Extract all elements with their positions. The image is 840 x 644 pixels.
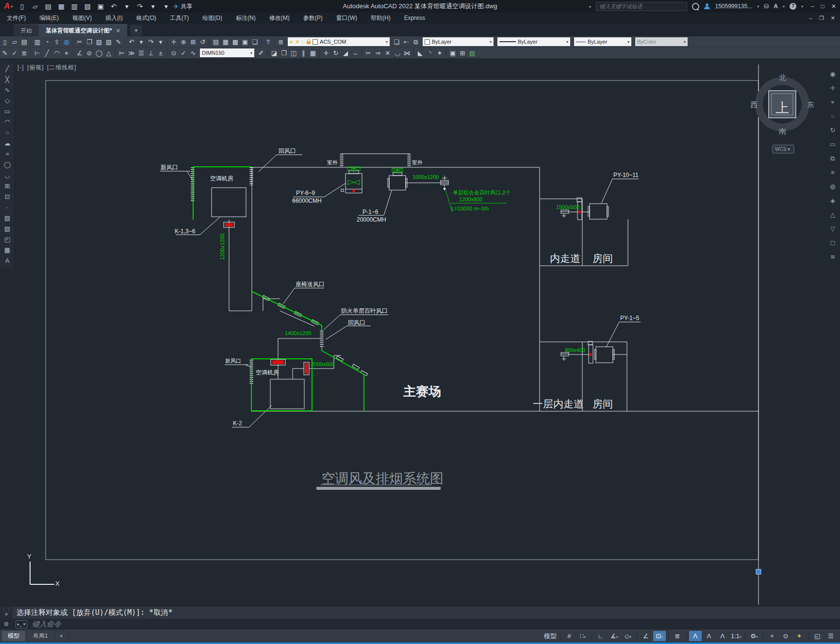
menu-draw[interactable]: 绘图(D) [196,13,229,23]
paste-icon[interactable]: ▨ [94,37,104,47]
arc-icon[interactable]: ◠ [4,117,10,128]
menu-parametric[interactable]: 参数(P) [296,13,329,23]
designcenter-icon[interactable]: ▦ [221,37,231,47]
polar-tracking-icon[interactable]: ∡▾ [608,631,621,641]
plot-preview-icon[interactable]: ◔ [42,37,52,47]
autocad-logo-chevron[interactable]: ▾ [11,4,13,9]
menu-modify[interactable]: 修改(M) [263,13,296,23]
array-icon[interactable]: ▦ [308,48,318,58]
plot-icon[interactable]: ▥ [33,37,42,47]
dim-inspect-icon[interactable]: ✓ [179,48,188,58]
make-object-layer-current-icon[interactable]: ❏ [392,37,401,47]
menu-help[interactable]: 帮助(H) [364,13,397,23]
help-icon[interactable]: ? [790,3,796,10]
graphics-performance-icon[interactable]: ✦ [793,631,806,641]
workspace-icon-chevron[interactable]: ▾ [756,635,758,639]
nav-gem-icon[interactable]: ◈ [830,193,835,208]
layer-on-bulb-icon[interactable]: ● [290,39,293,45]
window-maximize-button[interactable]: □ [821,3,824,10]
region-icon[interactable]: ◰ [4,234,10,245]
copy-icon[interactable]: ❐ [84,37,94,47]
nav-orbit-icon[interactable]: ○ [831,109,835,123]
save-as-icon[interactable]: ▦ [57,2,66,10]
new-file-icon[interactable]: ▯ [17,2,26,10]
layer-states-icon[interactable]: ⧉ [411,37,421,47]
tab-layout1[interactable]: 布局1 [27,631,54,641]
save-icon[interactable]: ▤ [19,37,29,47]
dim-diameter-icon[interactable]: ◯ [94,48,104,58]
polar-tracking-icon-chevron[interactable]: ▾ [616,635,618,639]
pan-icon[interactable]: ✛ [169,37,179,47]
markup-icon[interactable]: ❏ [250,37,260,47]
share-button[interactable]: ✈ 共享 [173,2,192,11]
dim-ordinate-icon[interactable]: ⌖ [62,48,71,58]
annotation-scale-value[interactable]: 1:1▾ [730,631,742,641]
fillet-icon[interactable]: ◝ [425,48,435,58]
redo-chevron[interactable]: ▾ [156,37,165,47]
isodraft-icon[interactable]: ◇▾ [622,631,634,641]
chamfer-icon[interactable]: ◣ [415,48,425,58]
join-icon[interactable]: ⋈ [402,48,412,58]
isolate-objects-icon[interactable]: ⊙ [779,631,792,641]
circle-icon[interactable]: ○ [5,128,9,138]
zoom-realtime-icon[interactable]: ⊕ [179,37,188,47]
isodraft-icon-chevron[interactable]: ▾ [629,635,631,639]
linetype-dropdown-chevron[interactable]: ▾ [566,40,568,44]
viewport-view-control[interactable]: [俯视] [27,64,44,71]
explode-icon[interactable]: ✶ [435,48,445,58]
nav-sphere-icon[interactable]: ◍ [830,179,835,193]
recent-commands-icon[interactable]: ▸_ ▾ [16,620,27,628]
menu-tools[interactable]: 工具(T) [163,13,196,23]
match-properties-icon[interactable]: ✎ [114,37,123,47]
dim-continue-icon[interactable]: ≫ [127,48,136,58]
snap-icon[interactable]: ∷▾ [576,631,589,641]
move-icon[interactable]: ✛ [321,48,331,58]
qat-more-chevron[interactable]: ▾ [162,2,170,10]
erase-icon[interactable]: ◪ [269,48,279,58]
lineweight-control-dropdown[interactable]: ByLayer ▾ [574,37,631,46]
dimstyle-dropdown-chevron[interactable]: ▾ [250,51,252,55]
new-drawing-tab-button[interactable]: + [130,25,142,36]
window-close-button[interactable]: ✕ [831,3,836,10]
command-input-line[interactable]: ⚙ ▸_ ▾ 键入命令 [0,619,840,629]
layer-vp-freeze-icon[interactable]: ◌ [302,39,305,45]
viewport-visual-style-control[interactable]: [二维线框] [47,64,77,71]
undo-chevron[interactable]: ▾ [122,2,131,10]
signed-in-user[interactable]: 1505999135... [715,3,752,10]
dim-update-icon[interactable]: ≣ [19,48,29,58]
layer-dropdown-chevron[interactable]: ▾ [386,40,388,44]
extend-icon[interactable]: ⇒ [373,48,383,58]
undo-icon[interactable]: ↶ [109,2,118,10]
crosshair-plus-icon[interactable]: + [766,631,778,641]
nav-wave-icon[interactable]: ≋ [830,250,836,264]
zoom-window-icon[interactable]: ⊞ [188,37,198,47]
mirror-icon[interactable]: ◫ [289,48,298,58]
point-icon[interactable]: ∙ [6,202,8,213]
nav-up-icon[interactable]: △ [830,208,835,222]
stretch-icon[interactable]: ↔ [350,48,360,58]
trim-icon[interactable]: ✂ [363,48,373,58]
undo-icon[interactable]: ↶ [127,37,136,47]
dim-baseline-icon[interactable]: ⊨ [117,48,127,58]
search-input[interactable] [598,3,673,10]
autoscale-icon[interactable]: Λ [703,631,715,641]
dim-text-edit-icon[interactable]: ✓ [10,48,19,58]
offset-icon[interactable]: ∥ [298,48,308,58]
model-space-canvas[interactable] [0,59,840,607]
help-chevron[interactable]: ▾ [801,4,803,9]
grid-icon[interactable]: # [563,631,576,641]
line-icon[interactable]: ╱ [5,64,9,74]
open-folder-icon[interactable]: ▱ [31,2,39,10]
gradient-icon[interactable]: ▧ [4,224,10,234]
command-close-icon[interactable]: ✕ [4,611,8,617]
color-control-dropdown[interactable]: ByLayer ▾ [423,37,494,46]
customization-icon[interactable]: ☰ [824,631,837,641]
polyline-icon[interactable]: ∿ [5,85,10,96]
insert-block-icon[interactable]: ⊞ [5,181,10,192]
break-icon[interactable]: ◡ [393,48,402,58]
redo-icon[interactable]: ↷ [135,2,144,10]
dim-aligned-icon[interactable]: ╱ [42,48,52,58]
nav-wheel-icon[interactable]: ↻ [830,123,836,137]
revision-cloud-icon[interactable]: ☁ [4,138,11,149]
zoom-previous-icon[interactable]: ↺ [198,37,208,47]
